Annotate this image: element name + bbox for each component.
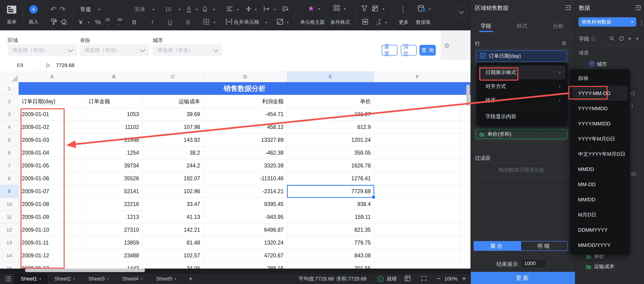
cell-B15[interactable]: 1443 xyxy=(86,262,142,268)
measure-item-2[interactable]: №运输成本 xyxy=(586,263,614,270)
row-field-chip[interactable]: D 订单日期(day) xyxy=(476,50,567,62)
row-header-12[interactable]: 12 xyxy=(0,223,19,236)
empty-cell[interactable] xyxy=(461,198,470,211)
percent-format-icon[interactable]: % xyxy=(95,19,101,26)
cell-D8[interactable]: -11310.46 xyxy=(204,172,287,185)
empty-cell[interactable] xyxy=(461,147,470,159)
font-size-select[interactable]: 10 xyxy=(165,6,172,13)
cell-E4[interactable]: 612.9 xyxy=(287,121,374,133)
text-direction-icon[interactable] xyxy=(263,6,270,13)
column-header-sliver[interactable] xyxy=(461,71,470,82)
chevron-down-icon[interactable]: ▾ xyxy=(287,20,289,25)
chevron-down-icon[interactable]: ▾ xyxy=(196,8,198,12)
cell-A6[interactable]: 2009-01-04 xyxy=(19,147,86,159)
cell-D4[interactable]: 458.12 xyxy=(204,121,287,133)
cell-D14[interactable]: 4720.67 xyxy=(204,249,287,262)
insert-button[interactable]: 插入 xyxy=(29,19,38,25)
empty-cell[interactable] xyxy=(374,121,461,133)
empty-cell[interactable] xyxy=(461,133,470,147)
aggregate-toggle[interactable]: 聚合 xyxy=(474,241,521,251)
undo-icon[interactable]: ↶ xyxy=(50,5,57,14)
cell-theme-star-icon[interactable]: ★ xyxy=(308,4,314,13)
cell-name-box[interactable]: E9 xyxy=(0,60,40,71)
cell-E10[interactable]: 938.4 xyxy=(287,198,374,211)
cell-A13[interactable]: 2009-01-11 xyxy=(19,236,86,249)
cell-C11[interactable]: 41.13 xyxy=(142,211,204,223)
cell-B4[interactable]: 11102 xyxy=(86,121,142,133)
more-button[interactable]: 更多 xyxy=(399,19,408,26)
chevron-down-icon[interactable]: ▾ xyxy=(318,7,320,11)
sort-az-icon[interactable]: ↓ZA xyxy=(376,19,381,26)
text-wrap-icon[interactable] xyxy=(282,6,288,13)
add-sheet-button[interactable]: + xyxy=(189,275,193,283)
date-format-option[interactable]: MMDD xyxy=(572,162,628,177)
insert-plus-icon[interactable]: + xyxy=(30,5,38,14)
filter-select-1[interactable]: 请选择（单选） xyxy=(8,44,77,56)
cell-C10[interactable]: 33.47 xyxy=(142,198,204,211)
font-name-select[interactable]: 宋体 xyxy=(134,6,146,13)
cell-D6[interactable]: -462.38 xyxy=(204,147,287,159)
dimension-item-city[interactable]: 城市 xyxy=(589,61,607,68)
sheet-list-icon[interactable] xyxy=(5,276,11,282)
chevron-down-icon[interactable]: ▾ xyxy=(88,20,90,25)
row-header-15[interactable]: 15 xyxy=(0,262,19,268)
cell-B10[interactable]: 22216 xyxy=(86,198,142,211)
italic-button[interactable]: I xyxy=(151,19,153,26)
cell-A12[interactable]: 2009-01-10 xyxy=(19,223,86,236)
empty-cell[interactable] xyxy=(374,159,461,172)
filter-select-3[interactable]: 请选择（单选） xyxy=(153,44,222,56)
cell-E5[interactable]: 1201.24 xyxy=(287,133,374,147)
reset-button[interactable]: 重置 xyxy=(382,45,398,56)
sheet-tab-sheet4[interactable]: Sheet4▾ xyxy=(116,274,149,284)
horizontal-align-icon[interactable] xyxy=(226,6,233,13)
field-header-cell[interactable]: 单价 xyxy=(287,95,374,108)
empty-cell[interactable] xyxy=(374,249,461,262)
cell-A9[interactable]: 2009-01-07 xyxy=(19,185,86,198)
field-header-cell[interactable]: 利润金额 xyxy=(204,95,287,108)
context-menu-item-4[interactable]: 字段显示内容 xyxy=(478,109,566,123)
date-format-option[interactable]: 中文YYYY年M月D日 xyxy=(572,147,628,162)
cell-B8[interactable]: 35526 xyxy=(86,172,142,185)
date-format-option[interactable]: MM-DD xyxy=(572,177,628,192)
empty-cell[interactable] xyxy=(461,249,470,262)
decrease-decimal-icon[interactable]: 00.← xyxy=(106,18,111,27)
cell-D3[interactable]: -454.71 xyxy=(204,108,287,121)
borders-icon[interactable] xyxy=(203,19,210,26)
format-painter-icon[interactable] xyxy=(50,18,57,26)
cell-B7[interactable]: 39734 xyxy=(86,159,142,172)
chevron-down-icon[interactable]: ▾ xyxy=(255,8,257,12)
query-button[interactable]: 查询 xyxy=(420,45,436,56)
column-header-F[interactable]: F xyxy=(374,71,461,82)
cell-A7[interactable]: 2009-01-05 xyxy=(19,159,86,172)
cell-B14[interactable]: 23488 xyxy=(86,249,142,262)
empty-cell[interactable] xyxy=(461,262,470,268)
row-field-dropzone[interactable]: D 订单日期(day) xyxy=(474,49,569,64)
cell-theme-button[interactable]: 单元格主题 xyxy=(300,19,325,26)
chevron-down-icon[interactable]: ▾ xyxy=(274,8,276,12)
empty-cell[interactable] xyxy=(374,198,461,211)
filter-funnel-icon[interactable] xyxy=(362,5,368,13)
chevron-down-icon[interactable]: ▾ xyxy=(428,7,430,11)
refresh-icon[interactable] xyxy=(618,36,624,42)
chevron-down-icon[interactable]: ▾ xyxy=(382,7,384,11)
empty-cell[interactable] xyxy=(461,159,470,172)
conditional-format-button[interactable]: 条件格式 xyxy=(330,19,350,26)
cell-A15[interactable]: 2009-01-13 xyxy=(19,262,86,268)
fullscreen-icon[interactable] xyxy=(421,275,427,282)
field-header-cell[interactable]: 订单日期(day) xyxy=(19,95,86,108)
date-format-option[interactable]: YYYY/MM/DD xyxy=(572,116,628,131)
fill-handle[interactable] xyxy=(372,195,376,199)
sheet-tab-sheet1[interactable]: Sheet1▾ xyxy=(14,274,48,284)
tab-字段[interactable]: 字段 xyxy=(480,23,491,30)
currency-format-icon[interactable]: ¥ xyxy=(79,19,82,26)
empty-cell[interactable] xyxy=(461,211,470,223)
chevron-down-icon[interactable]: ▾ xyxy=(636,36,638,41)
date-format-option[interactable]: MM/DD xyxy=(572,192,628,207)
column-header-B[interactable]: B xyxy=(86,71,142,82)
strikethrough-button[interactable]: S xyxy=(186,19,190,26)
dataset-icon[interactable] xyxy=(418,5,426,13)
tab-分析[interactable]: 分析 xyxy=(553,23,564,30)
panel-collapse-icon[interactable] xyxy=(635,5,642,12)
collapse-toolbar-button[interactable] xyxy=(456,7,466,17)
chevron-down-icon[interactable]: ▾ xyxy=(265,20,267,25)
